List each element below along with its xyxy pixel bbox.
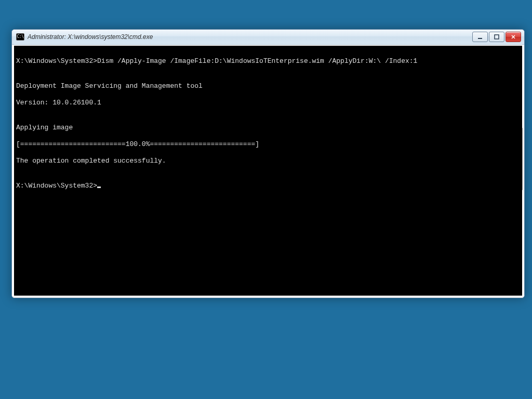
svg-rect-1 <box>495 35 499 39</box>
window-controls <box>472 32 521 42</box>
cmd-app-icon: C:\ <box>16 33 24 41</box>
cursor <box>97 187 101 188</box>
terminal-version-line: Version: 10.0.26100.1 <box>16 99 518 107</box>
maximize-button[interactable] <box>489 32 504 42</box>
terminal-progress-line: [==========================100.0%=======… <box>16 140 518 149</box>
close-button[interactable] <box>506 32 521 42</box>
prompt-2: X:\Windows\System32> <box>16 182 97 190</box>
scrollbar-thumb[interactable] <box>522 128 523 190</box>
minimize-icon <box>477 34 483 39</box>
prompt-1: X:\Windows\System32> <box>16 57 97 65</box>
maximize-icon <box>494 34 499 39</box>
terminal-tool-line: Deployment Image Servicing and Managemen… <box>16 82 518 90</box>
titlebar[interactable]: C:\ Administrator: X:\windows\system32\c… <box>12 30 524 45</box>
terminal-applying-line: Applying image <box>16 124 518 132</box>
client-area: X:\Windows\System32>Dism /Apply-Image /I… <box>12 45 524 298</box>
close-icon <box>511 34 516 39</box>
svg-rect-0 <box>478 38 482 39</box>
terminal-success-line: The operation completed successfully. <box>16 157 518 165</box>
terminal-prompt-idle: X:\Windows\System32> <box>16 182 518 190</box>
terminal[interactable]: X:\Windows\System32>Dism /Apply-Image /I… <box>14 46 522 296</box>
window-title: Administrator: X:\windows\system32\cmd.e… <box>28 33 472 41</box>
command-1: Dism /Apply-Image /ImageFile:D:\WindowsI… <box>97 57 417 65</box>
cmd-app-icon-glyph: C:\ <box>17 35 24 39</box>
terminal-line-command: X:\Windows\System32>Dism /Apply-Image /I… <box>16 57 518 65</box>
cmd-window: C:\ Administrator: X:\windows\system32\c… <box>11 29 525 298</box>
minimize-button[interactable] <box>472 32 488 42</box>
